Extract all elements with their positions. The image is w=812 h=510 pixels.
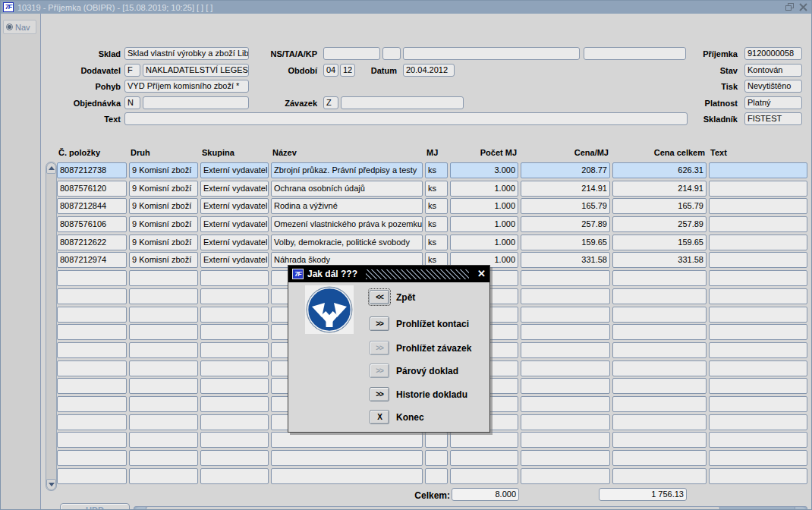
table-row[interactable]: 80872128449 Komisní zbožíExterní vydavat… [57,198,807,214]
table-cell[interactable]: 1.000 [450,181,518,197]
table-cell[interactable] [612,307,707,323]
table-cell[interactable] [129,414,198,430]
table-cell[interactable]: 331.58 [612,252,707,268]
obdobi-month-field[interactable]: 04 [323,64,338,77]
skladnik-field[interactable]: FISTEST [744,112,802,125]
stav-field[interactable]: Kontován [744,64,802,77]
table-cell[interactable] [200,324,269,340]
table-cell[interactable]: 8087212974 [57,252,127,268]
table-cell[interactable] [709,468,807,484]
restore-icon[interactable] [785,3,795,11]
nstaakp-field-3[interactable] [403,47,580,60]
table-cell[interactable]: 214.91 [521,181,610,197]
sklad-field[interactable]: Sklad vlastní výrobky a zboží Liberec [124,47,249,60]
table-cell[interactable]: 9 Komisní zboží [129,235,198,250]
zavazek-field[interactable] [341,96,464,109]
udd-button[interactable]: UDD [60,503,130,510]
table-cell[interactable]: ks [425,181,448,197]
table-cell[interactable] [57,432,127,448]
dialog-button-prohlizet-zavazek[interactable]: >> [370,341,389,355]
table-cell[interactable]: 159.65 [612,235,707,250]
table-cell[interactable] [709,252,807,268]
table-cell[interactable] [709,216,807,232]
table-cell[interactable]: 165.79 [521,198,610,214]
table-cell[interactable] [425,468,448,484]
table-cell[interactable]: 1.000 [450,216,518,232]
table-cell[interactable]: Rodina a výživné [271,198,423,214]
table-cell[interactable] [200,468,269,484]
vertical-scrollbar[interactable] [46,162,57,491]
obdobi-year-field[interactable]: 12 [340,64,355,77]
scroll-down-icon[interactable] [46,479,56,490]
table-row[interactable]: 80872126229 Komisní zbožíExterní vydavat… [57,235,807,250]
table-cell[interactable] [271,432,423,448]
table-cell[interactable] [709,288,807,304]
dialog-button-historie-dokladu[interactable]: >> [370,387,389,401]
table-cell[interactable]: Externí vydavatel [200,235,269,250]
datum-field[interactable]: 20.04.2012 [403,64,455,77]
table-cell[interactable] [129,432,198,448]
table-cell[interactable] [521,378,610,394]
close-icon[interactable] [799,3,807,11]
pohyb-field[interactable]: VYD Příjem komisního zboží * [124,80,249,93]
table-cell[interactable]: 165.79 [612,198,707,214]
table-cell[interactable] [200,288,269,304]
table-cell[interactable] [57,288,127,304]
dialog-button-prohlizet-kontaci[interactable]: >> [370,316,389,331]
table-cell[interactable]: 626.31 [612,162,707,178]
table-cell[interactable] [129,324,198,340]
table-cell[interactable] [612,450,707,466]
table-row[interactable]: 80875761209 Komisní zbožíExterní vydavat… [57,181,807,197]
table-cell[interactable] [57,396,127,412]
table-cell[interactable] [57,378,127,394]
table-cell[interactable]: 9 Komisní zboží [129,198,198,214]
table-cell[interactable]: Externí vydavatel [200,216,269,232]
table-cell[interactable] [450,468,518,484]
table-cell[interactable] [709,198,807,214]
table-cell[interactable] [57,414,127,430]
table-cell[interactable]: Externí vydavatel [200,198,269,214]
table-cell[interactable]: 3.000 [450,162,518,178]
zavazek-code-field[interactable]: Z [323,96,338,109]
prijemka-field[interactable]: 9120000058 [744,47,802,60]
table-cell[interactable]: ks [425,198,448,214]
dodavatel-code-field[interactable]: F [124,64,140,77]
table-cell[interactable] [521,450,610,466]
horizontal-scrollbar[interactable] [134,506,807,510]
table-cell[interactable] [612,360,707,376]
table-cell[interactable] [612,396,707,412]
table-cell[interactable] [200,432,269,448]
table-cell[interactable] [57,450,127,466]
table-cell[interactable] [200,378,269,394]
table-cell[interactable]: Omezení vlastnického práva k pozemku [271,216,423,232]
table-cell[interactable] [57,270,127,286]
table-row[interactable] [57,432,807,448]
table-cell[interactable] [521,414,610,430]
nstaakp-field-1[interactable] [323,47,380,60]
dodavatel-field[interactable]: NAKLADATELSTVÍ LEGES [143,64,249,77]
nav-tab[interactable]: Nav [3,20,36,34]
table-cell[interactable] [709,378,807,394]
table-row[interactable]: 80872127389 Komisní zbožíExterní vydavat… [57,162,807,178]
table-cell[interactable] [612,378,707,394]
table-cell[interactable] [612,270,707,286]
table-cell[interactable] [200,360,269,376]
table-cell[interactable] [709,432,807,448]
table-cell[interactable]: ks [425,162,448,178]
table-cell[interactable] [129,360,198,376]
table-row[interactable] [57,450,807,466]
table-cell[interactable]: Ochrana osobních údajů [271,181,423,197]
scrollbar-thumb[interactable] [146,507,720,510]
table-cell[interactable] [129,450,198,466]
scroll-up-icon[interactable] [46,162,56,174]
table-cell[interactable] [450,432,518,448]
table-cell[interactable] [521,468,610,484]
table-cell[interactable] [57,360,127,376]
table-cell[interactable] [129,270,198,286]
table-cell[interactable] [709,235,807,250]
dialog-button-parovy-doklad[interactable]: >> [370,364,389,378]
table-cell[interactable] [709,450,807,466]
nstaakp-field-2[interactable] [382,47,401,60]
table-cell[interactable] [612,324,707,340]
table-cell[interactable] [709,396,807,412]
